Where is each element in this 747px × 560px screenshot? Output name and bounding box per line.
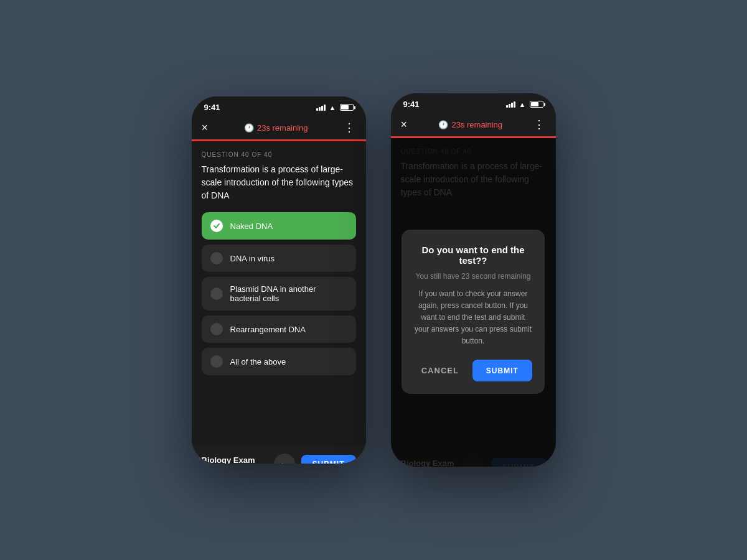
modal-cancel-button[interactable]: CANCEL — [414, 360, 466, 381]
back-button-primary[interactable]: ← — [274, 454, 295, 464]
bottom-actions-primary: ← SUBMIT — [274, 454, 356, 464]
modal-submit-button[interactable]: SUBMIT — [472, 360, 532, 381]
battery-icon-secondary — [530, 101, 543, 108]
submit-button-primary[interactable]: SUBMIT — [301, 455, 356, 464]
checkmark-icon — [213, 222, 220, 230]
question-text-primary: Transformation is a process of large-sca… — [202, 163, 356, 202]
answer-text-3: Plasmid DNA in another bacterial cells — [230, 284, 347, 303]
status-icons-secondary: ▲ — [506, 101, 543, 108]
answer-text-1: Naked DNA — [230, 222, 273, 231]
answer-option-1[interactable]: Naked DNA — [202, 212, 356, 240]
wifi-icon-secondary: ▲ — [519, 101, 526, 108]
timer-text-secondary: 23s remaining — [451, 120, 502, 129]
answer-option-5[interactable]: All of the above — [202, 348, 356, 375]
status-bar-primary: 9:41 ▲ — [192, 96, 366, 116]
answer-dot-1 — [210, 220, 223, 232]
answer-dot-2 — [210, 252, 223, 264]
answer-text-5: All of the above — [230, 357, 286, 366]
phone-content-secondary: QUESTION 40 OF 40 Transformation is a pr… — [391, 138, 556, 467]
answer-text-4: Rearrangement DNA — [230, 325, 306, 334]
status-bar-secondary: 9:41 ▲ — [391, 93, 556, 113]
modal-title: Do you want to end the test?? — [414, 245, 532, 266]
phone-content-primary: QUESTION 40 OF 40 Transformation is a pr… — [192, 141, 366, 464]
toolbar-primary: × 🕐 23s remaining ⋮ — [192, 116, 366, 139]
exam-title-primary: Biology Exam — [202, 455, 258, 464]
signal-icon — [316, 105, 326, 111]
primary-phone: 9:41 ▲ × 🕐 23s remaining ⋮ — [192, 96, 366, 464]
question-number-primary: QUESTION 40 OF 40 — [202, 151, 356, 158]
more-options-secondary[interactable]: ⋮ — [533, 118, 545, 131]
bottom-bar-primary: Biology Exam 40 of 40 questions ← SUBMIT — [192, 446, 366, 464]
status-time-secondary: 9:41 — [403, 100, 420, 109]
answer-text-2: DNA in virus — [230, 254, 275, 263]
question-area-primary: QUESTION 40 OF 40 Transformation is a pr… — [192, 141, 366, 446]
secondary-phone: 9:41 ▲ × 🕐 23s remaining ⋮ — [391, 93, 556, 467]
answer-option-4[interactable]: Rearrangement DNA — [202, 315, 356, 343]
modal-card: Do you want to end the test?? You still … — [402, 230, 545, 394]
exam-info-primary: Biology Exam 40 of 40 questions — [202, 455, 258, 464]
status-icons-primary: ▲ — [316, 104, 354, 111]
timer-text-primary: 23s remaining — [257, 123, 308, 133]
toolbar-secondary: × 🕐 23s remaining ⋮ — [391, 113, 556, 136]
answer-dot-5 — [210, 355, 223, 368]
modal-actions: CANCEL SUBMIT — [414, 360, 532, 381]
battery-icon — [340, 104, 354, 111]
answer-dot-4 — [210, 323, 223, 335]
phones-container: 9:41 ▲ × 🕐 23s remaining ⋮ — [192, 93, 556, 467]
timer-primary: 🕐 23s remaining — [244, 123, 308, 133]
modal-body: If you want to check your answer again, … — [414, 288, 532, 348]
signal-icon-secondary — [506, 101, 515, 108]
status-time-primary: 9:41 — [204, 103, 220, 112]
close-button-secondary[interactable]: × — [401, 118, 408, 131]
close-button-primary[interactable]: × — [202, 121, 209, 134]
answer-option-3[interactable]: Plasmid DNA in another bacterial cells — [202, 277, 356, 310]
modal-time: You still have 23 second remaining — [414, 272, 532, 281]
timer-secondary: 🕐 23s remaining — [438, 120, 502, 129]
modal-overlay: Do you want to end the test?? You still … — [391, 138, 556, 467]
more-options-primary[interactable]: ⋮ — [344, 121, 355, 134]
timer-icon-secondary: 🕐 — [438, 120, 448, 129]
timer-icon: 🕐 — [244, 123, 254, 133]
answer-option-2[interactable]: DNA in virus — [202, 245, 356, 272]
wifi-icon: ▲ — [329, 104, 336, 111]
answer-dot-3 — [210, 287, 223, 300]
